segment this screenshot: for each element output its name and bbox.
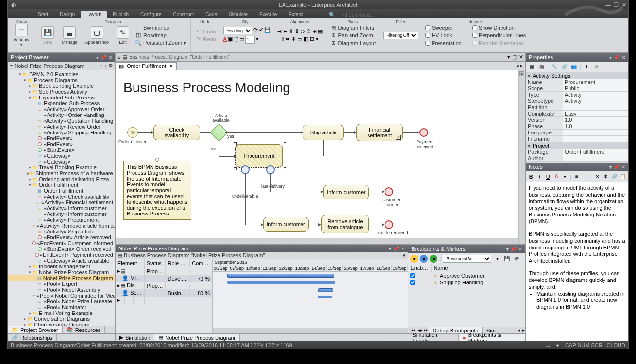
bp-enabled-2[interactable] <box>410 280 415 285</box>
presentation-check[interactable]: Presentation <box>424 39 463 47</box>
tree-item[interactable]: ▤Nobel Prize Process Diagram <box>8 275 115 281</box>
h-scrollbar[interactable] <box>116 238 518 244</box>
ribbon-tab-code[interactable]: Code <box>200 11 223 18</box>
tree-item[interactable]: ▭«Pool» Nominator <box>8 304 115 310</box>
up-icon[interactable]: ↑ <box>100 63 103 69</box>
node-inform1[interactable]: Inform customer <box>323 185 369 199</box>
tree-item[interactable]: ◇«Gateway» <box>8 159 115 165</box>
tree-item[interactable]: ▭«Activity» Check availability <box>8 194 115 199</box>
gantt-progress-2[interactable] <box>318 296 332 298</box>
window-button[interactable]: ▭Window▼ <box>11 23 32 48</box>
diagram-layout-item[interactable]: ⊞Diagram Layout <box>329 39 377 47</box>
prop-value[interactable]: Public <box>563 85 628 91</box>
prop-value[interactable] <box>563 104 628 110</box>
boundary-late[interactable] <box>266 165 275 174</box>
tree-item[interactable]: ▸📁Shipment Process of a hardware retail <box>8 170 115 176</box>
pan-zoom-item[interactable]: ⊕Pan and Zoom <box>329 32 377 39</box>
tab-relationships[interactable]: 🔗 Relationships <box>8 334 57 341</box>
find-command-input[interactable] <box>337 12 391 17</box>
undo-item[interactable]: ↶Undo <box>194 28 217 35</box>
boundary-undeliverable[interactable] <box>241 165 250 174</box>
tree-item[interactable]: ▭«Activity» Ship article <box>8 229 115 234</box>
ribbon-tab-start[interactable]: Start <box>32 11 54 18</box>
notes-body[interactable]: If you need to model the activity of a b… <box>526 182 628 341</box>
tree-item[interactable]: ▸📁Conversation Diagrams <box>8 316 115 322</box>
diagram-canvas[interactable]: Business Process Modeling ✉ Order receiv… <box>116 70 519 244</box>
close-panel-icon[interactable]: ✕ <box>108 55 112 60</box>
appearance-button[interactable]: ▢Appearance <box>83 25 112 46</box>
roadmap-item[interactable]: ◫Roadmap <box>134 32 187 39</box>
tree-item[interactable]: ▾📁BPMN 2.0 Examples <box>8 71 115 77</box>
tree-item[interactable]: ▭«Activity» Remove article from ca <box>8 223 115 229</box>
bp-item-1[interactable]: Approve Customer <box>440 273 485 279</box>
node-ship[interactable]: Ship article <box>303 125 344 140</box>
end-customer-informed[interactable] <box>385 187 393 196</box>
tree-item[interactable]: ▾📁Expanded Sub Process <box>8 95 115 100</box>
v-scrollbar[interactable]: ▴ <box>519 70 525 244</box>
tree-item[interactable]: ▾📁Order Fulfillment <box>8 182 115 188</box>
tree-item[interactable]: ▭«Pool» Nobel Committee for Medi <box>8 293 115 298</box>
tree-item[interactable]: ▭«Activity» Inform customer <box>8 205 115 211</box>
project-tree[interactable]: ▾📁BPMN 2.0 Examples▾📁Process Diagrams▸📁B… <box>8 70 115 326</box>
tree-item[interactable]: «EndEvent» <box>8 135 115 141</box>
node-check[interactable]: Check availability <box>153 125 200 140</box>
tab-nobel[interactable]: ▤ Nobel Prize Process Diagram <box>154 334 239 341</box>
tree-item[interactable]: ◇«Gateway» <box>8 153 115 159</box>
node-procurement[interactable]: Procurement <box>236 144 283 167</box>
color-icon[interactable]: A <box>553 173 559 181</box>
tree-item[interactable]: ▭«Pool» Expert <box>8 281 115 287</box>
prop-value[interactable] <box>563 136 628 142</box>
tree-item[interactable]: ▸📁Ordering and delivering Pizza <box>8 176 115 182</box>
diagram-filters-item[interactable]: ▤Diagram Filters <box>329 24 377 31</box>
tree-item[interactable]: ▭«Activity» Quotation Handling <box>8 118 115 124</box>
hvlock-check[interactable]: HV Lock <box>424 32 463 39</box>
minimize-button[interactable]: — <box>605 2 612 8</box>
tree-item[interactable]: ▸📁Book Lending Example <box>8 83 115 89</box>
edit-button[interactable]: ✎Edit <box>114 25 132 46</box>
gantt-bar-2[interactable] <box>318 288 333 292</box>
filter-mode-select[interactable]: Filtering Off <box>383 32 418 39</box>
linewidth-input[interactable] <box>245 36 255 44</box>
tab-sim-events[interactable]: Simulation Events <box>408 334 459 341</box>
tab-bp-markers[interactable]: ● Breakpoints & Markers <box>459 334 525 341</box>
diagram-note[interactable]: This BPMN Business Process Diagram shows… <box>123 161 191 220</box>
tree-item[interactable]: «EndEvent» Article removed <box>8 234 115 240</box>
redo-item[interactable]: ↷Redo <box>194 35 217 43</box>
tree-item[interactable]: ▭«Activity» Procurement <box>8 217 115 223</box>
tree-item[interactable]: ▭«Activity» Financial settlement <box>8 199 115 205</box>
start-event[interactable]: ✉ <box>127 127 138 138</box>
end-article-removed[interactable] <box>385 220 393 229</box>
ribbon-tab-publish[interactable]: Publish <box>107 11 134 18</box>
close-tab-icon[interactable]: ✕ <box>169 63 173 69</box>
gantt-row[interactable]: ▸▤ Proposed <box>116 267 212 275</box>
maximize-button[interactable]: ❐ <box>613 2 619 8</box>
breakpoint-set-select[interactable]: BreakpointSet <box>443 255 491 263</box>
prop-value[interactable] <box>563 130 628 135</box>
perp-check[interactable]: Perpendicular Lines <box>471 32 527 39</box>
prop-view-icon[interactable]: ▦ <box>528 63 536 71</box>
gantt-row[interactable]: 👤 Scot...Business ...80 % <box>116 289 212 297</box>
bp-enabled-1[interactable] <box>410 273 415 278</box>
ribbon-tab-construct[interactable]: Construct <box>167 11 200 18</box>
gantt-row[interactable]: ▸▤ Discuss ...Proposed <box>116 282 212 289</box>
align-left-icon[interactable]: ⤛ <box>277 28 282 34</box>
close-button[interactable]: ✕ <box>620 2 627 8</box>
tree-item[interactable]: ◇«Gateway» Article available <box>8 258 115 264</box>
pin-icon[interactable]: ▾ <box>96 55 99 60</box>
tree-item[interactable]: «EndEvent» Customer informed <box>8 240 115 246</box>
tree-item[interactable]: ▸📁Choreography Diagram <box>8 322 115 326</box>
tree-item[interactable]: ▭«Activity» Review Order <box>8 124 115 130</box>
save-button[interactable]: 💾Save <box>38 25 57 46</box>
underline-icon[interactable]: U <box>545 173 551 181</box>
gantt-row[interactable]: ▸ <box>116 297 212 304</box>
tree-item[interactable]: ▸📁Incident Management <box>8 264 115 269</box>
tree-item[interactable]: ▭«Activity» Shipping Handling <box>8 130 115 135</box>
tree-item[interactable]: ▾📁Process Diagrams <box>8 77 115 83</box>
tree-item[interactable]: ▤Order Fulfillment <box>8 188 115 194</box>
gantt-hscroll[interactable] <box>213 328 408 333</box>
tree-item[interactable]: «StartEvent» Order received <box>8 246 115 252</box>
tree-item[interactable]: ▤Expanded Sub Process <box>8 100 115 106</box>
swimlanes-item[interactable]: ≡Swimlanes <box>134 24 187 31</box>
ribbon-tab-execute[interactable]: Execute <box>253 11 283 18</box>
prop-value[interactable]: Easy <box>563 111 628 116</box>
